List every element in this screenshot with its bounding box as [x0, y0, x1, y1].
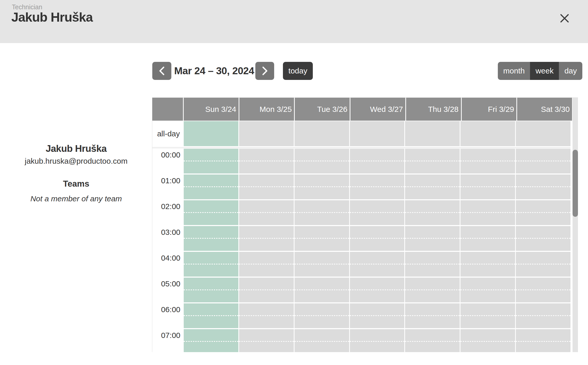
time-slot-cell[interactable]	[460, 149, 515, 173]
time-slot-cell[interactable]	[350, 252, 405, 277]
time-slot-cell[interactable]	[350, 200, 405, 225]
all-day-cell[interactable]	[295, 121, 349, 146]
half-hour-line	[239, 315, 294, 316]
time-slot-cell[interactable]	[295, 175, 349, 199]
time-slot-cell[interactable]	[516, 226, 570, 251]
time-slot-cell[interactable]	[405, 175, 460, 199]
half-hour-line	[350, 315, 405, 316]
time-slot-cell[interactable]	[184, 149, 238, 173]
time-slot-cell[interactable]	[239, 278, 294, 302]
half-hour-line	[184, 161, 238, 161]
time-slot-cell[interactable]	[295, 200, 349, 225]
time-slot-cell[interactable]	[239, 329, 294, 352]
time-slot-cell[interactable]	[405, 226, 460, 251]
time-label: 01:00	[161, 175, 180, 187]
half-hour-line	[460, 315, 515, 316]
half-hour-line	[239, 161, 294, 161]
half-hour-line	[295, 341, 349, 342]
time-slot-cell[interactable]	[239, 226, 294, 251]
time-slot-cell[interactable]	[460, 200, 515, 225]
time-slot-cell[interactable]	[405, 200, 460, 225]
half-hour-line	[516, 264, 570, 264]
time-slot-cell[interactable]	[184, 175, 238, 199]
half-hour-line	[460, 186, 515, 187]
time-slot-cell[interactable]	[184, 278, 238, 302]
time-slot-cell[interactable]	[350, 226, 405, 251]
time-slot-cell[interactable]	[460, 175, 515, 199]
time-slot-cell[interactable]	[350, 175, 405, 199]
time-slot-cell[interactable]	[295, 278, 349, 302]
prev-week-button[interactable]	[152, 62, 171, 80]
half-hour-line	[295, 238, 349, 239]
half-hour-line	[460, 289, 515, 290]
time-slot-cell[interactable]	[516, 149, 570, 173]
time-slot-cell[interactable]	[405, 303, 460, 328]
time-slot-cell[interactable]	[516, 175, 570, 199]
close-button[interactable]	[556, 10, 573, 27]
time-slot-cell[interactable]	[184, 226, 238, 251]
half-hour-line	[295, 212, 349, 213]
time-slot-cell[interactable]	[350, 278, 405, 302]
time-slot-cell[interactable]	[405, 252, 460, 277]
view-week-button[interactable]: week	[530, 62, 559, 80]
time-slot-cell[interactable]	[405, 149, 460, 173]
half-hour-line	[295, 289, 349, 290]
time-slot-cell[interactable]	[460, 303, 515, 328]
time-slot-cell[interactable]	[184, 329, 238, 352]
vertical-scrollbar-track[interactable]	[573, 98, 578, 352]
half-hour-line	[405, 186, 460, 187]
time-slot-cell[interactable]	[350, 329, 405, 352]
gutter-header-cell	[152, 98, 183, 121]
time-slot-cell[interactable]	[460, 329, 515, 352]
today-button[interactable]: today	[283, 62, 313, 80]
view-day-button[interactable]: day	[559, 62, 582, 80]
time-slot-cell[interactable]	[516, 200, 570, 225]
time-slot-cell[interactable]	[239, 175, 294, 199]
half-hour-line	[460, 238, 515, 239]
time-slot-cell[interactable]	[239, 303, 294, 328]
time-slot-cell[interactable]	[239, 200, 294, 225]
time-slot-cell[interactable]	[295, 252, 349, 277]
all-day-cell[interactable]	[405, 121, 460, 146]
half-hour-line	[184, 315, 238, 316]
time-slot-cell[interactable]	[460, 226, 515, 251]
half-hour-line	[516, 186, 570, 187]
half-hour-line	[516, 238, 570, 239]
time-slot-cell[interactable]	[239, 252, 294, 277]
all-day-cell[interactable]	[239, 121, 294, 146]
half-hour-line	[460, 264, 515, 264]
time-slot-cell[interactable]	[295, 149, 349, 173]
time-slot-cell[interactable]	[516, 252, 570, 277]
teams-heading: Teams	[0, 179, 152, 189]
vertical-scrollbar-thumb[interactable]	[573, 150, 578, 217]
all-day-row: all-day	[152, 121, 570, 146]
time-slot-cell[interactable]	[516, 278, 570, 302]
half-hour-line	[239, 341, 294, 342]
time-slot-cell[interactable]	[295, 329, 349, 352]
time-slot-cell[interactable]	[460, 278, 515, 302]
time-slot-cell[interactable]	[295, 303, 349, 328]
all-day-cell[interactable]	[184, 121, 238, 146]
half-hour-line	[405, 238, 460, 239]
time-slot-cell[interactable]	[239, 149, 294, 173]
time-slot-cell[interactable]	[350, 303, 405, 328]
time-label: 00:00	[161, 149, 180, 161]
time-slot-cell[interactable]	[405, 329, 460, 352]
calendar-header-row: Sun 3/24Mon 3/25Tue 3/26Wed 3/27Thu 3/28…	[152, 98, 572, 121]
half-hour-line	[350, 289, 405, 290]
all-day-cell[interactable]	[350, 121, 405, 146]
time-slot-cell[interactable]	[460, 252, 515, 277]
all-day-cell[interactable]	[460, 121, 515, 146]
time-slot-cell[interactable]	[184, 252, 238, 277]
time-slot-cell[interactable]	[295, 226, 349, 251]
view-month-button[interactable]: month	[498, 62, 530, 80]
time-slot-cell[interactable]	[184, 200, 238, 225]
time-slot-cell[interactable]	[405, 278, 460, 302]
time-slot-cell[interactable]	[184, 303, 238, 328]
time-slot-cell[interactable]	[350, 149, 405, 173]
half-hour-line	[184, 186, 238, 187]
all-day-cell[interactable]	[516, 121, 570, 146]
next-week-button[interactable]	[255, 62, 274, 80]
time-slot-cell[interactable]	[516, 329, 570, 352]
time-slot-cell[interactable]	[516, 303, 570, 328]
